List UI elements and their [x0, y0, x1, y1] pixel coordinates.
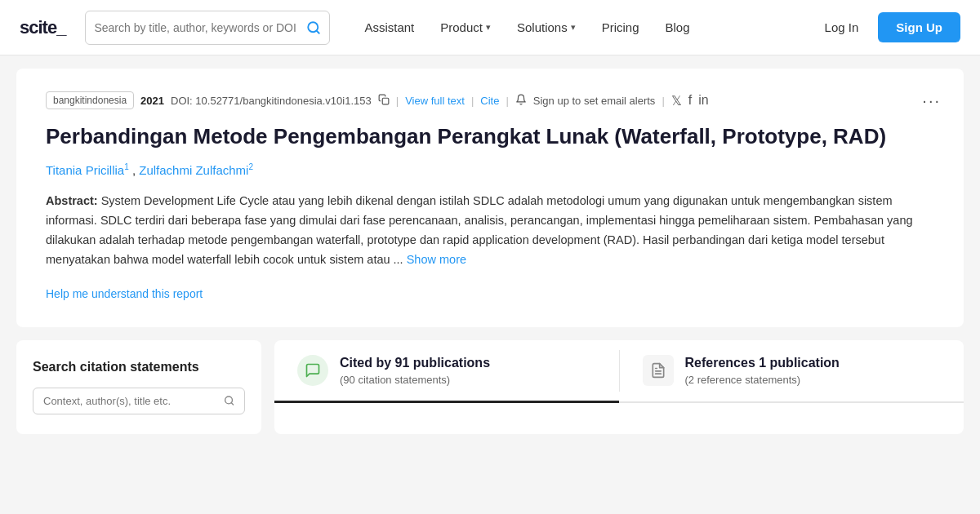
twitter-icon[interactable]: 𝕏	[671, 93, 682, 109]
linkedin-icon[interactable]: in	[698, 93, 708, 108]
author-1-link[interactable]: Titania Pricillia1	[46, 163, 132, 177]
separator: |	[396, 95, 399, 107]
doi-text: DOI: 10.52771/bangkitindonesia.v10i1.153	[171, 95, 372, 107]
login-button[interactable]: Log In	[813, 14, 871, 41]
bell-icon[interactable]	[515, 94, 527, 108]
cite-link[interactable]: Cite	[480, 95, 499, 107]
sidebar-search: Search citation statements	[16, 340, 261, 434]
sidebar-title: Search citation statements	[33, 360, 245, 374]
nav-actions: Log In Sign Up	[813, 12, 960, 42]
separator: |	[471, 95, 474, 107]
author-2-link[interactable]: Zulfachmi Zulfachmi2	[139, 163, 253, 177]
references-sublabel: (2 reference statements)	[685, 374, 840, 386]
tabs-card: Cited by 91 publications (90 citation st…	[274, 340, 964, 434]
paper-title: Perbandingan Metode Pengembangan Perangk…	[46, 122, 934, 151]
search-icon	[224, 395, 234, 406]
content-card: bangkitindonesia 2021 DOI: 10.52771/bang…	[16, 69, 964, 327]
search-input[interactable]	[94, 21, 303, 34]
svg-line-1	[317, 30, 319, 33]
facebook-icon[interactable]: f	[688, 93, 692, 108]
doc-icon-rect	[643, 355, 674, 386]
tab-cited-by[interactable]: Cited by 91 publications (90 citation st…	[274, 340, 619, 403]
chevron-down-icon: ▾	[486, 22, 491, 33]
nav-item-assistant[interactable]: Assistant	[353, 14, 425, 41]
chat-icon-circle	[297, 355, 328, 386]
main-wrapper: bangkitindonesia 2021 DOI: 10.52771/bang…	[0, 55, 980, 434]
tab-references[interactable]: References 1 publication (2 reference st…	[620, 340, 964, 403]
sidebar-input-wrap	[33, 388, 245, 414]
search-bar	[85, 11, 330, 45]
nav-item-product[interactable]: Product ▾	[429, 14, 502, 41]
separator: |	[662, 95, 664, 107]
copy-icon[interactable]	[378, 94, 390, 108]
svg-line-4	[231, 403, 233, 405]
separator: |	[506, 95, 508, 107]
meta-row: bangkitindonesia 2021 DOI: 10.52771/bang…	[46, 91, 934, 109]
citation-search-input[interactable]	[43, 395, 224, 407]
journal-tag: bangkitindonesia	[46, 91, 134, 109]
abstract-label: Abstract:	[46, 194, 98, 207]
nav-links: Assistant Product ▾ Solutions ▾ Pricing …	[353, 14, 806, 41]
publication-year: 2021	[140, 95, 164, 107]
more-options-button[interactable]: ···	[922, 91, 941, 110]
show-more-link[interactable]: Show more	[407, 253, 466, 266]
navbar: scite_ Assistant Product ▾ Solutions ▾ P…	[0, 0, 980, 55]
social-icons: 𝕏 f in	[671, 93, 709, 109]
tabs-row: Cited by 91 publications (90 citation st…	[274, 340, 964, 403]
references-text-group: References 1 publication (2 reference st…	[685, 355, 840, 386]
signup-button[interactable]: Sign Up	[878, 12, 960, 42]
help-link[interactable]: Help me understand this report	[46, 287, 203, 300]
nav-item-solutions[interactable]: Solutions ▾	[506, 14, 587, 41]
cited-by-sublabel: (90 citation statements)	[340, 374, 490, 386]
svg-rect-2	[382, 98, 389, 104]
search-icon	[306, 20, 321, 35]
view-full-text-link[interactable]: View full text	[405, 95, 465, 107]
bottom-section: Search citation statements	[16, 340, 964, 434]
chevron-down-icon: ▾	[571, 22, 576, 33]
abstract-block: Abstract: System Development Life Cycle …	[46, 192, 934, 270]
nav-item-pricing[interactable]: Pricing	[590, 14, 651, 41]
alert-text: Sign up to set email alerts	[533, 95, 656, 107]
cited-by-text-group: Cited by 91 publications (90 citation st…	[340, 355, 490, 386]
abstract-text: System Development Life Cycle atau yang …	[46, 194, 913, 266]
authors: Titania Pricillia1 , Zulfachmi Zulfachmi…	[46, 162, 934, 177]
logo: scite_	[20, 17, 65, 38]
nav-item-blog[interactable]: Blog	[654, 14, 702, 41]
references-label: References 1 publication	[685, 355, 840, 372]
cited-by-label: Cited by 91 publications	[340, 355, 490, 372]
